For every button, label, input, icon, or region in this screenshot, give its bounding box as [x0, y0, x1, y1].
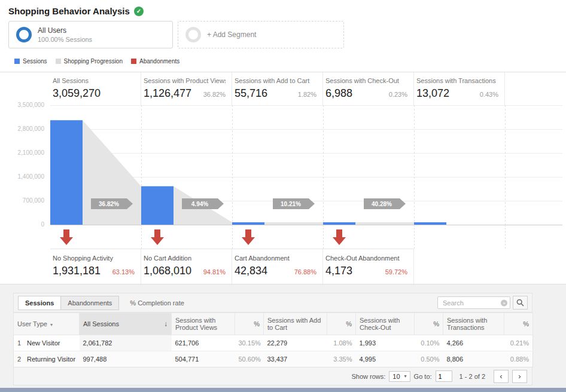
abandonment-value: 4,173: [325, 265, 352, 277]
y-tick: 2,100,000: [0, 149, 44, 156]
add-segment-label: + Add Segment: [207, 30, 256, 39]
row-index: 2: [17, 356, 27, 363]
abandonment-cart-abandonment: Cart Abandonment 42,834 76.88%: [232, 249, 323, 285]
chevron-down-icon: ▾: [404, 373, 407, 379]
col-header-all-sessions[interactable]: All Sessions ↓: [80, 313, 172, 335]
col-header-product-views-pct[interactable]: %: [235, 313, 264, 335]
col-header-transactions-pct[interactable]: %: [504, 313, 533, 335]
abandonments-swatch-icon: [131, 59, 136, 64]
abandonment-label: No Shopping Activity: [53, 255, 135, 262]
segment-name: All Users: [38, 26, 92, 35]
stage-stat-all-sessions: All Sessions 3,059,270: [50, 72, 141, 105]
cell-product-views: 504,771: [172, 351, 235, 368]
stage-value: 6,988: [325, 87, 352, 100]
col-header-transactions[interactable]: Sessions with Transactions: [443, 313, 504, 335]
cell-all-sessions: 2,061,782: [80, 335, 172, 351]
abandonment-pct: 76.88%: [294, 268, 317, 275]
abandonment-arrow-icon: [60, 229, 73, 247]
segment-donut-icon: [16, 27, 32, 42]
prev-page-button[interactable]: ‹: [494, 370, 509, 383]
stage-value: 3,059,270: [53, 87, 101, 100]
stage-stat-product-views: Sessions with Product Views 1,126,477 36…: [141, 72, 232, 105]
col-header-check-out-pct[interactable]: %: [415, 313, 443, 335]
y-tick: 2,800,000: [0, 125, 44, 132]
legend-item-sessions: Sessions: [14, 58, 47, 65]
table-header-row: User Type▾ All Sessions ↓ Sessions with …: [14, 313, 533, 335]
abandonment-check-out-abandonment: Check-Out Abandonment 4,173 59.72%: [323, 249, 414, 285]
segment-picker: All Users 100.00% Sessions + Add Segment: [0, 19, 566, 53]
show-rows-select[interactable]: 10 ▾: [389, 371, 410, 382]
cell-transactions-pct: 0.21%: [504, 335, 533, 351]
col-header-product-views[interactable]: Sessions with Product Views: [172, 313, 235, 335]
chevron-down-icon: ▾: [50, 322, 53, 327]
abandonment-arrow-icon: [151, 229, 164, 247]
cell-product-views-pct: 50.60%: [235, 351, 264, 368]
goto-label: Go to:: [414, 373, 432, 380]
report-header-zone: Shopping Behavior Analysis ✓ All Users 1…: [0, 0, 566, 72]
legend-label: Abandonments: [139, 58, 179, 65]
sessions-swatch-icon: [14, 59, 20, 64]
clear-search-icon[interactable]: ×: [501, 299, 507, 306]
completion-rate-toggle[interactable]: % Completion rate: [130, 299, 184, 307]
column-separator: [232, 225, 233, 249]
abandonment-value: 1,931,181: [53, 265, 101, 277]
cell-check-out-pct: 0.10%: [415, 335, 443, 351]
y-tick: 700,000: [0, 197, 44, 204]
cell-check-out: 1,993: [356, 335, 415, 351]
search-icon: [516, 299, 524, 307]
abandonment-pct: 63.13%: [112, 268, 135, 275]
funnel-chart-panel: All Sessions 3,059,270 Sessions with Pro…: [0, 72, 566, 284]
stage-label: All Sessions: [53, 77, 135, 84]
abandonment-value: 1,068,010: [144, 265, 191, 277]
abandonment-label: Check-Out Abandonment: [325, 255, 407, 262]
search-input[interactable]: [437, 296, 510, 309]
horizontal-scrollbar[interactable]: [0, 388, 566, 392]
stage-pct: 1.82%: [298, 91, 317, 98]
goto-page-input[interactable]: [436, 370, 452, 382]
stage-value: 13,072: [416, 87, 449, 100]
search-button[interactable]: [513, 296, 528, 310]
next-page-button[interactable]: ›: [512, 370, 527, 383]
funnel-stage-stats: All Sessions 3,059,270 Sessions with Pro…: [50, 72, 505, 105]
svg-text:40.28%: 40.28%: [372, 201, 392, 207]
stage-label: Sessions with Add to Cart: [235, 77, 317, 84]
sort-desc-icon: ↓: [164, 320, 168, 328]
chart-legend: Sessions Shopping Progression Abandonmen…: [0, 53, 566, 72]
column-separator: [323, 225, 324, 249]
add-segment-button[interactable]: + Add Segment: [178, 21, 344, 48]
stage-stat-transactions: Sessions with Transactions 13,072 0.43%: [414, 72, 505, 105]
abandonment-label: Cart Abandonment: [235, 255, 317, 262]
stage-stat-check-out: Sessions with Check-Out 6,988 0.23%: [323, 72, 414, 105]
segment-subtitle: 100.00% Sessions: [38, 36, 92, 43]
cell-check-out-pct: 0.50%: [415, 351, 443, 368]
col-header-check-out[interactable]: Sessions with Check-Out: [356, 313, 415, 335]
legend-label: Shopping Progression: [64, 58, 123, 65]
abandonment-pct: 59.72%: [385, 268, 407, 275]
column-separator: [414, 225, 415, 249]
stage-value: 55,716: [235, 87, 267, 100]
legend-item-abandonments: Abandonments: [131, 58, 179, 65]
cell-check-out: 4,995: [356, 351, 415, 368]
data-table-panel: Sessions Abandonments % Completion rate …: [13, 293, 532, 385]
tab-abandonments[interactable]: Abandonments: [60, 296, 119, 310]
col-header-add-to-cart-pct[interactable]: %: [327, 313, 356, 335]
abandonment-no-shopping-activity: No Shopping Activity 1,931,181 63.13%: [50, 249, 141, 285]
abandonment-no-cart-addition: No Cart Addition 1,068,010 94.81%: [141, 249, 232, 285]
table-row[interactable]: 2Returning Visitor 997,488 504,771 50.60…: [14, 351, 533, 368]
page-title: Shopping Behavior Analysis: [8, 6, 130, 16]
show-rows-label: Show rows:: [351, 373, 385, 380]
verified-check-icon: ✓: [134, 7, 144, 16]
table-row[interactable]: 1New Visitor 2,061,782 621,706 30.15% 22…: [14, 335, 533, 351]
y-tick: 3,500,000: [0, 102, 44, 108]
legend-item-progression: Shopping Progression: [56, 58, 123, 65]
col-header-add-to-cart[interactable]: Sessions with Add to Cart: [264, 313, 327, 335]
tab-sessions[interactable]: Sessions: [18, 296, 61, 310]
svg-text:10.21%: 10.21%: [281, 201, 301, 207]
stage-pct: 0.23%: [389, 91, 407, 98]
segment-card-all-users[interactable]: All Users 100.00% Sessions: [8, 21, 173, 48]
cell-add-to-cart: 22,279: [264, 335, 327, 351]
stage-value: 1,126,477: [144, 87, 191, 100]
col-header-user-type[interactable]: User Type▾: [14, 313, 80, 335]
stage-pct: 0.43%: [480, 91, 498, 98]
row-range-text: 1 - 2 of 2: [460, 373, 485, 380]
